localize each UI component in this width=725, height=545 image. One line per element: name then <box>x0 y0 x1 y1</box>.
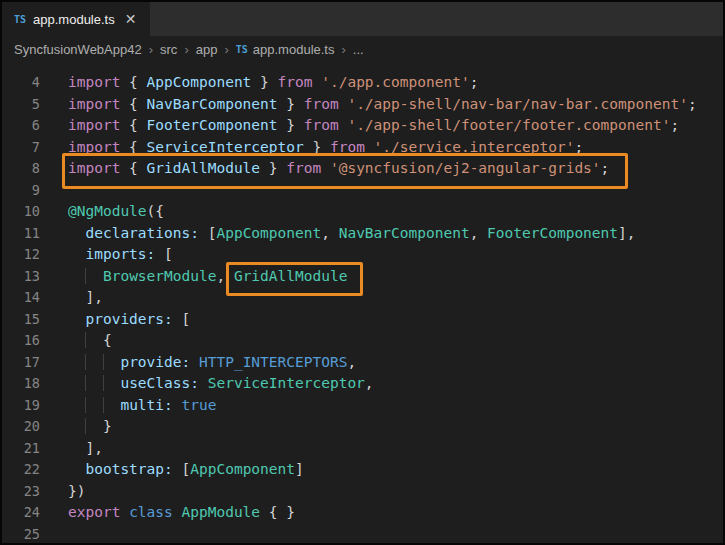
code-line[interactable]: 20 } <box>2 416 723 438</box>
code-line[interactable]: 22 bootstrap: [AppComponent] <box>2 459 723 481</box>
line-number: 21 <box>2 438 40 460</box>
code-text: { <box>68 330 112 352</box>
line-number: 23 <box>2 481 40 503</box>
code-line[interactable]: 5import { NavBarComponent } from './app-… <box>2 94 723 116</box>
code-line[interactable]: 4import { AppComponent } from './app.com… <box>2 72 723 94</box>
line-number: 20 <box>2 416 40 438</box>
line-number: 7 <box>2 137 40 159</box>
code-line[interactable]: 13 BrowserModule, GridAllModule <box>2 266 723 288</box>
code-line[interactable]: 18 useClass: ServiceInterceptor, <box>2 373 723 395</box>
code-line[interactable]: 16 { <box>2 330 723 352</box>
code-line[interactable]: 14 ], <box>2 287 723 309</box>
code-text: useClass: ServiceInterceptor, <box>68 373 374 395</box>
code-text: import { GridAllModule } from '@syncfusi… <box>68 158 609 180</box>
breadcrumb-label: ... <box>353 42 364 57</box>
indent-guide <box>85 332 102 348</box>
code-text: imports: [ <box>68 244 173 266</box>
code-line[interactable]: 11 declarations: [AppComponent, NavBarCo… <box>2 223 723 245</box>
indent-guide <box>103 397 120 413</box>
line-number: 6 <box>2 115 40 137</box>
line-number: 22 <box>2 459 40 481</box>
code-line[interactable]: 23}) <box>2 481 723 503</box>
breadcrumb-separator: › <box>184 42 188 57</box>
vscode-window: TS app.module.ts ✕ SyncfusionWebApp42›sr… <box>0 0 725 545</box>
code-text: provide: HTTP_INTERCEPTORS, <box>68 352 356 374</box>
code-line[interactable]: 10@NgModule({ <box>2 201 723 223</box>
line-number: 13 <box>2 266 40 288</box>
tab-close-icon[interactable]: ✕ <box>125 12 137 26</box>
breadcrumb-separator: › <box>224 42 228 57</box>
indent-guide <box>85 354 102 370</box>
code-text: import { FooterComponent } from './app-s… <box>68 115 679 137</box>
line-number: 24 <box>2 502 40 524</box>
code-text: export class AppModule { } <box>68 502 295 524</box>
breadcrumb-separator: › <box>341 42 345 57</box>
line-number: 8 <box>2 158 40 180</box>
line-number: 16 <box>2 330 40 352</box>
indent-guide <box>103 375 120 391</box>
code-text: bootstrap: [AppComponent] <box>68 459 304 481</box>
code-editor[interactable]: 4import { AppComponent } from './app.com… <box>2 62 723 543</box>
code-text: import { ServiceInterceptor } from './se… <box>68 137 583 159</box>
breadcrumb-item[interactable]: SyncfusionWebApp42 <box>14 42 142 57</box>
breadcrumb-separator: › <box>149 42 153 57</box>
code-line[interactable]: 6import { FooterComponent } from './app-… <box>2 115 723 137</box>
indent-guide <box>85 375 102 391</box>
code-text: ], <box>68 438 103 460</box>
tab-title: app.module.ts <box>33 12 115 27</box>
code-line[interactable]: 24export class AppModule { } <box>2 502 723 524</box>
code-text: import { AppComponent } from './app.comp… <box>68 72 478 94</box>
line-number: 19 <box>2 395 40 417</box>
code-line[interactable]: 25 <box>2 524 723 544</box>
line-number: 9 <box>2 180 40 202</box>
line-number: 4 <box>2 72 40 94</box>
indent-guide <box>103 354 120 370</box>
code-text: multi: true <box>68 395 216 417</box>
line-number: 10 <box>2 201 40 223</box>
line-number: 17 <box>2 352 40 374</box>
tab-bar: TS app.module.ts ✕ <box>2 2 723 36</box>
breadcrumb-label: src <box>160 42 177 57</box>
code-line[interactable]: 17 provide: HTTP_INTERCEPTORS, <box>2 352 723 374</box>
line-number: 25 <box>2 524 40 544</box>
line-number: 15 <box>2 309 40 331</box>
line-number: 18 <box>2 373 40 395</box>
code-text: providers: [ <box>68 309 190 331</box>
breadcrumb-item[interactable]: src <box>160 42 177 57</box>
typescript-file-icon: TS <box>14 14 26 25</box>
indent-guide <box>85 397 102 413</box>
line-number: 11 <box>2 223 40 245</box>
breadcrumb-label: app.module.ts <box>253 42 335 57</box>
code-line[interactable]: 9 <box>2 180 723 202</box>
code-line[interactable]: 21 ], <box>2 438 723 460</box>
code-line[interactable]: 12 imports: [ <box>2 244 723 266</box>
line-number: 12 <box>2 244 40 266</box>
breadcrumb-item[interactable]: ... <box>353 42 364 57</box>
code-text: declarations: [AppComponent, NavBarCompo… <box>68 223 636 245</box>
code-text: import { NavBarComponent } from './app-s… <box>68 94 697 116</box>
typescript-file-icon: TS <box>236 44 248 55</box>
line-number: 5 <box>2 94 40 116</box>
code-line[interactable]: 7import { ServiceInterceptor } from './s… <box>2 137 723 159</box>
breadcrumb-item[interactable]: TSapp.module.ts <box>236 42 335 57</box>
breadcrumb-item[interactable]: app <box>196 42 218 57</box>
breadcrumb-label: SyncfusionWebApp42 <box>14 42 142 57</box>
code-text: }) <box>68 481 85 503</box>
editor-tab-app-module[interactable]: TS app.module.ts ✕ <box>2 2 150 36</box>
indent-guide <box>85 418 102 434</box>
line-number: 14 <box>2 287 40 309</box>
code-text: ], <box>68 287 103 309</box>
breadcrumb-label: app <box>196 42 218 57</box>
indent-guide <box>85 268 102 284</box>
code-lines: 4import { AppComponent } from './app.com… <box>2 72 723 543</box>
code-text: BrowserModule, GridAllModule <box>68 266 347 288</box>
code-line[interactable]: 15 providers: [ <box>2 309 723 331</box>
code-line[interactable]: 8import { GridAllModule } from '@syncfus… <box>2 158 723 180</box>
code-text: } <box>68 416 112 438</box>
breadcrumb-bar: SyncfusionWebApp42›src›app›TSapp.module.… <box>2 36 723 62</box>
code-line[interactable]: 19 multi: true <box>2 395 723 417</box>
code-text: @NgModule({ <box>68 201 164 223</box>
